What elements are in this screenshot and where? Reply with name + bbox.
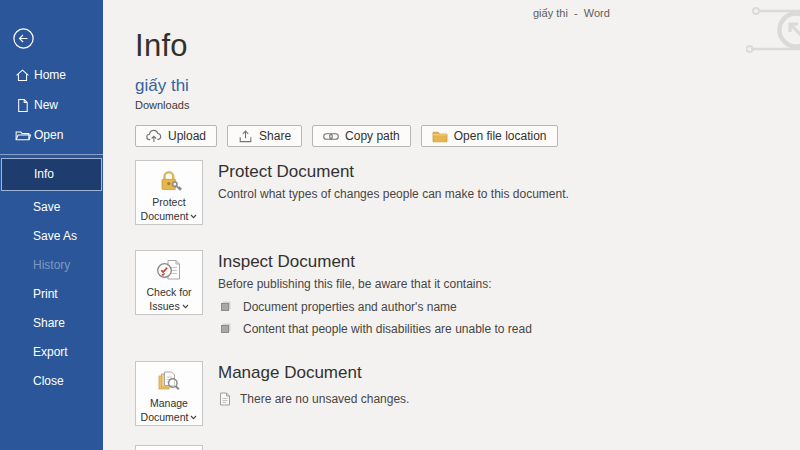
sidebar-item-label: New: [31, 98, 58, 112]
section-text: Manage Document There are no unsaved cha…: [218, 361, 409, 426]
dropdown-caret-icon: [182, 299, 189, 312]
document-name: giấy thi: [135, 76, 189, 96]
page-title: Info: [135, 28, 188, 64]
document-actions-toolbar: Upload Share Copy path: [135, 125, 558, 147]
dropdown-caret-icon: [190, 410, 197, 423]
section-heading: Manage Document: [218, 362, 409, 383]
section-intro: Before publishing this file, be aware th…: [218, 277, 532, 292]
section-inspect-document: Check for Issues Inspect Document Before…: [135, 250, 800, 336]
link-icon: [323, 131, 339, 142]
section-heading: Protect Document: [218, 161, 569, 182]
unsaved-changes-item: There are no unsaved changes.: [218, 392, 409, 406]
sidebar-divider: [0, 154, 103, 155]
button-label: Copy path: [345, 129, 400, 143]
upload-button[interactable]: Upload: [135, 125, 217, 147]
section-heading: Inspect Document: [218, 251, 532, 272]
share-icon: [238, 129, 253, 143]
manage-document-button[interactable]: Manage Document: [135, 361, 203, 426]
bullet-text: Content that people with disabilities ar…: [243, 322, 532, 336]
document-location: Downloads: [135, 99, 189, 111]
item-text: There are no unsaved changes.: [240, 392, 409, 406]
square-bullet-icon: [221, 303, 229, 311]
protect-document-button[interactable]: Protect Document: [135, 160, 203, 225]
manage-document-icon: [156, 368, 182, 396]
dropdown-caret-icon: [190, 209, 197, 222]
section-manage-document: Manage Document Manage Document There ar…: [135, 361, 800, 426]
sidebar-item-export[interactable]: Export: [0, 338, 103, 367]
section-description: Control what types of changes people can…: [218, 187, 569, 202]
sidebar-item-open[interactable]: Open: [0, 120, 103, 150]
document-icon: [219, 392, 231, 406]
sidebar-item-label: Home: [31, 68, 66, 82]
inspect-bullet-item: Document properties and author's name: [218, 300, 532, 314]
section-text: Inspect Document Before publishing this …: [218, 250, 532, 336]
watermark-logo-icon: [746, 2, 800, 68]
button-label: Open file location: [454, 129, 547, 143]
back-button[interactable]: [13, 28, 34, 49]
backstage-sidebar: Home New Open: [0, 0, 103, 450]
sidebar-item-history: History: [0, 251, 103, 280]
info-sections: Protect Document Protect Document Contro…: [135, 160, 800, 450]
open-file-location-button[interactable]: Open file location: [421, 125, 558, 147]
sidebar-item-save-as[interactable]: Save As: [0, 222, 103, 251]
bullet-text: Document properties and author's name: [243, 300, 457, 314]
sidebar-menu: Info Save Save As History Print Share Ex…: [0, 158, 103, 396]
button-label: Share: [259, 129, 291, 143]
home-icon: [13, 66, 31, 84]
com-addins-button[interactable]: [135, 445, 203, 450]
section-protect-document: Protect Document Protect Document Contro…: [135, 160, 800, 225]
back-arrow-icon: [13, 35, 34, 52]
inspect-document-icon: [155, 257, 183, 285]
button-label: Protect Document: [137, 196, 201, 223]
share-button[interactable]: Share: [227, 125, 302, 147]
inspect-bullet-item: Content that people with disabilities ar…: [218, 322, 532, 336]
sidebar-item-new[interactable]: New: [0, 90, 103, 120]
button-label: Manage Document: [137, 397, 201, 424]
window-title: giấy thi - Word: [533, 7, 610, 19]
new-document-icon: [13, 96, 31, 114]
sidebar-item-home[interactable]: Home: [0, 60, 103, 90]
lock-key-icon: [156, 167, 183, 195]
section-heading: Slow and Disabled COM Add-ins: [218, 446, 548, 450]
word-backstage-window: Home New Open: [0, 0, 800, 450]
copy-path-button[interactable]: Copy path: [312, 125, 411, 147]
sidebar-item-info[interactable]: Info: [1, 158, 102, 191]
section-com-addins: Slow and Disabled COM Add-ins Manage COM…: [135, 445, 800, 450]
sidebar-top-nav: Home New Open: [0, 60, 103, 150]
open-folder-icon: [13, 126, 31, 144]
button-label: Upload: [168, 129, 206, 143]
button-label: Check for Issues: [137, 286, 201, 313]
folder-icon: [432, 130, 448, 143]
sidebar-item-print[interactable]: Print: [0, 280, 103, 309]
sidebar-item-share[interactable]: Share: [0, 309, 103, 338]
check-for-issues-button[interactable]: Check for Issues: [135, 250, 203, 315]
sidebar-item-save[interactable]: Save: [0, 193, 103, 222]
backstage-main: giấy thi - Word Info giấy thi Downloads: [103, 0, 800, 450]
section-text: Protect Document Control what types of c…: [218, 160, 569, 225]
section-text: Slow and Disabled COM Add-ins Manage COM…: [218, 445, 548, 450]
cloud-upload-icon: [146, 129, 162, 143]
sidebar-item-close[interactable]: Close: [0, 367, 103, 396]
square-bullet-icon: [221, 325, 229, 333]
sidebar-item-label: Open: [31, 128, 63, 142]
